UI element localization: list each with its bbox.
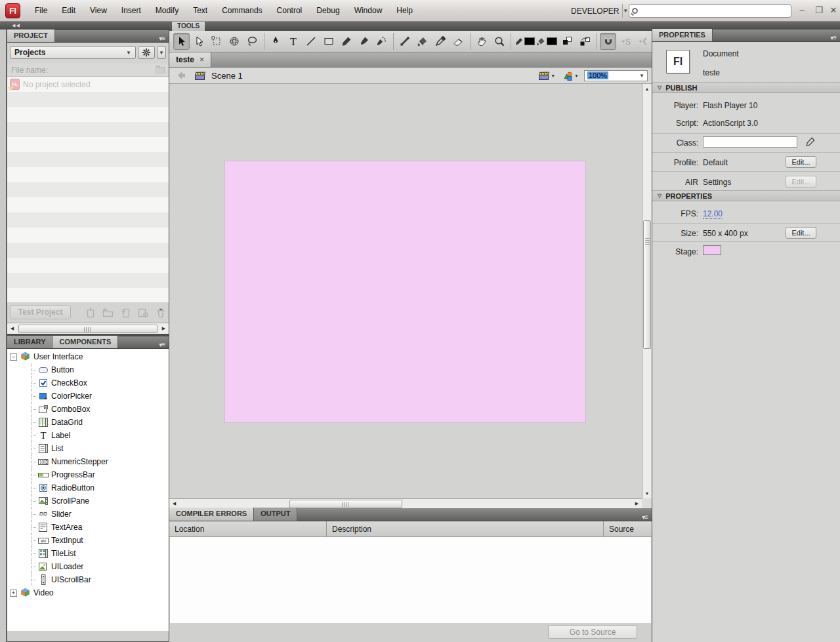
- tree-group-video[interactable]: + Video: [7, 586, 169, 599]
- scrollbar-thumb[interactable]: [18, 325, 158, 333]
- swap-colors-button[interactable]: [576, 33, 593, 50]
- class-input[interactable]: [703, 136, 797, 148]
- search-field[interactable]: [629, 4, 791, 18]
- tab-project[interactable]: PROJECT: [7, 30, 55, 42]
- properties-section-header[interactable]: ▽ PROPERTIES: [652, 190, 840, 201]
- selection-tool[interactable]: [173, 33, 190, 50]
- panel-menu-icon[interactable]: ▾≡: [830, 34, 836, 41]
- eyedropper-tool[interactable]: [432, 33, 449, 50]
- component-button[interactable]: Button: [7, 363, 169, 376]
- scroll-left-icon[interactable]: ◀: [7, 324, 17, 334]
- edit-scene-button[interactable]: ▼: [538, 70, 555, 81]
- component-label[interactable]: T Label: [7, 429, 169, 442]
- menu-modify[interactable]: Modify: [148, 0, 186, 22]
- edit-class-pencil-icon[interactable]: [805, 136, 816, 147]
- fps-value[interactable]: 12.00: [703, 209, 723, 219]
- tab-library[interactable]: LIBRARY: [7, 336, 52, 348]
- fill-color-swatch[interactable]: [547, 37, 557, 45]
- menu-window[interactable]: Window: [347, 0, 390, 22]
- project-file-list[interactable]: FL No project selected: [7, 77, 169, 302]
- menu-debug[interactable]: Debug: [309, 0, 346, 22]
- menu-help[interactable]: Help: [389, 0, 420, 22]
- 3d-rotation-tool[interactable]: [226, 33, 243, 50]
- breadcrumb-scene[interactable]: Scene 1: [211, 71, 243, 81]
- bone-tool[interactable]: [397, 33, 413, 50]
- add-file-icon[interactable]: [120, 307, 131, 318]
- minimize-button[interactable]: –: [796, 5, 808, 15]
- menu-text[interactable]: Text: [186, 0, 215, 22]
- scrollbar-thumb[interactable]: [643, 220, 651, 349]
- size-edit-button[interactable]: Edit...: [786, 227, 816, 239]
- lasso-tool[interactable]: [244, 33, 261, 50]
- component-colorpicker[interactable]: ColorPicker: [7, 390, 169, 403]
- add-folder-icon[interactable]: [102, 307, 114, 318]
- snap-to-objects-button[interactable]: [600, 33, 616, 50]
- subselection-tool[interactable]: [191, 33, 207, 50]
- project-horizontal-scrollbar[interactable]: ◀ ▶: [7, 323, 169, 334]
- project-gear-dropdown[interactable]: ▼: [157, 46, 166, 59]
- test-project-button[interactable]: Test Project: [10, 305, 71, 319]
- tab-components[interactable]: COMPONENTS: [52, 336, 118, 348]
- brush-tool[interactable]: [356, 33, 372, 50]
- search-input[interactable]: [638, 6, 776, 16]
- straighten-button[interactable]: [635, 33, 652, 50]
- close-tab-icon[interactable]: ×: [200, 55, 204, 64]
- component-tilelist[interactable]: TileList: [7, 547, 169, 560]
- project-settings-icon[interactable]: [137, 307, 149, 318]
- column-location[interactable]: Location: [169, 521, 327, 537]
- go-to-source-button[interactable]: Go to Source: [548, 625, 637, 639]
- tab-compiler-errors[interactable]: COMPILER ERRORS: [169, 508, 254, 521]
- menu-control[interactable]: Control: [270, 0, 310, 22]
- zoom-level-combo[interactable]: 100% ▼: [584, 70, 648, 81]
- text-tool[interactable]: T: [285, 33, 301, 50]
- menu-insert[interactable]: Insert: [114, 0, 148, 22]
- pencil-tool[interactable]: [338, 33, 354, 50]
- component-textarea[interactable]: TextArea: [7, 521, 169, 534]
- new-file-icon[interactable]: [85, 307, 96, 318]
- hand-tool[interactable]: [474, 33, 490, 50]
- fill-color-control[interactable]: [536, 36, 557, 47]
- component-progressbar[interactable]: ProgressBar: [7, 468, 169, 481]
- project-gear-button[interactable]: [138, 46, 155, 59]
- zoom-tool[interactable]: [491, 33, 507, 50]
- close-button[interactable]: ✕: [828, 5, 839, 15]
- paint-bucket-tool[interactable]: [415, 33, 431, 50]
- component-scrollpane[interactable]: ScrollPane: [7, 494, 169, 508]
- component-slider[interactable]: Slider: [7, 508, 169, 521]
- app-logo-icon[interactable]: Fl: [5, 3, 20, 18]
- menu-edit[interactable]: Edit: [54, 0, 83, 22]
- free-transform-tool[interactable]: [209, 33, 225, 50]
- line-tool[interactable]: [303, 33, 319, 50]
- panel-menu-icon[interactable]: ▾≡: [159, 341, 165, 348]
- menu-file[interactable]: File: [28, 0, 54, 22]
- compiler-errors-list[interactable]: [170, 537, 651, 623]
- stroke-color-control[interactable]: [514, 36, 535, 47]
- collapse-icon[interactable]: −: [10, 353, 17, 361]
- smooth-button[interactable]: S: [618, 33, 634, 50]
- component-textinput[interactable]: abl TextInput: [7, 534, 169, 547]
- workspace-switcher[interactable]: DEVELOPER ▼: [571, 0, 628, 22]
- tab-properties[interactable]: PROPERTIES: [652, 29, 713, 41]
- component-datagrid[interactable]: DataGrid: [7, 416, 169, 429]
- projects-dropdown[interactable]: Projects ▼: [10, 46, 136, 59]
- eraser-tool[interactable]: [450, 33, 467, 50]
- expand-icon[interactable]: +: [10, 590, 17, 597]
- air-edit-button[interactable]: Edit...: [786, 176, 816, 188]
- component-checkbox[interactable]: CheckBox: [7, 376, 169, 390]
- publish-section-header[interactable]: ▽ PUBLISH: [652, 82, 840, 93]
- tab-output[interactable]: OUTPUT: [254, 508, 297, 521]
- stage-color-swatch[interactable]: [703, 245, 721, 255]
- panel-menu-icon[interactable]: ▾≡: [159, 35, 165, 42]
- rectangle-tool[interactable]: [320, 33, 337, 50]
- tree-group-user-interface[interactable]: − User Interface: [7, 350, 169, 363]
- back-arrow-icon[interactable]: [176, 71, 186, 80]
- component-uiscrollbar[interactable]: UIScrollBar: [7, 573, 169, 586]
- scroll-down-icon[interactable]: ▼: [642, 489, 652, 498]
- stage-vertical-scrollbar[interactable]: ▲ ▼: [642, 84, 652, 498]
- component-uiloader[interactable]: UILoader: [7, 560, 169, 573]
- menu-view[interactable]: View: [83, 0, 114, 22]
- stroke-color-swatch[interactable]: [524, 37, 535, 45]
- menu-commands[interactable]: Commands: [215, 0, 269, 22]
- component-list[interactable]: List: [7, 442, 169, 455]
- stage-pasteboard[interactable]: [169, 84, 642, 498]
